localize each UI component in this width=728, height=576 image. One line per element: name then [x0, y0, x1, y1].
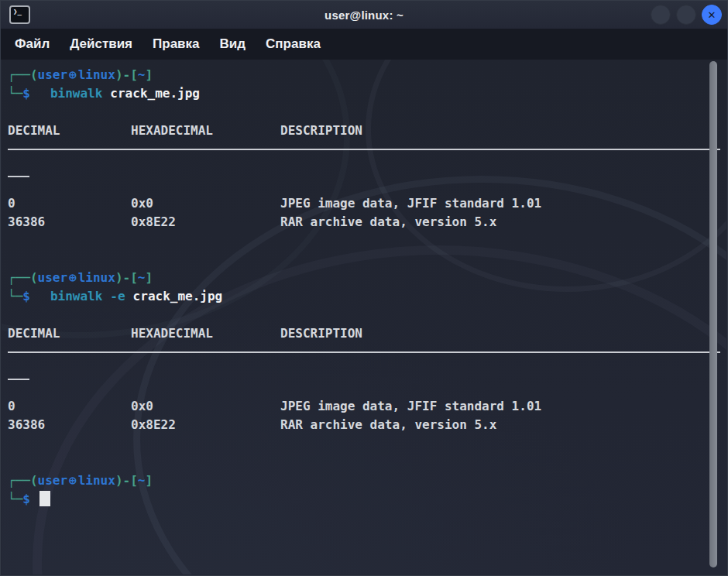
- header-hexadecimal: HEXADECIMAL: [131, 324, 280, 343]
- prompt-close: ]: [145, 473, 153, 488]
- close-icon: ✕: [708, 9, 716, 21]
- header-decimal: DECIMAL: [8, 324, 131, 343]
- separator-wrap: [8, 176, 29, 177]
- table-separator: [8, 351, 720, 370]
- prompt-dollar: $: [22, 492, 30, 506]
- prompt-dollar: $: [22, 86, 30, 101]
- header-decimal: DECIMAL: [8, 122, 131, 140]
- table-row: 00x0JPEG image data, JFIF standard 1.01: [8, 194, 720, 213]
- prompt-host: linux: [78, 473, 115, 488]
- menu-help[interactable]: Справка: [266, 36, 321, 52]
- command-name: binwalk: [50, 86, 102, 101]
- separator-line: [8, 351, 720, 353]
- terminal-content: ┌──(user⊕linux)-[~] └─$binwalkcrack_me.j…: [2, 60, 726, 574]
- prompt-dir: ~: [138, 67, 146, 82]
- menu-file[interactable]: Файл: [15, 36, 50, 52]
- blank-line: [8, 434, 720, 453]
- terminal-icon-glyph: ❯_: [13, 8, 22, 15]
- prompt-open: ┌──(: [8, 270, 38, 285]
- table-row: 363860x8E22RAR archive data, version 5.x: [8, 416, 720, 434]
- kali-at-icon: ⊕: [69, 473, 77, 488]
- terminal-cursor: [39, 491, 50, 506]
- terminal-app-icon: ❯_: [9, 5, 30, 24]
- prompt-mid: )-[: [115, 473, 138, 488]
- titlebar[interactable]: ❯_ user@linux: ~ ✕: [1, 1, 727, 29]
- scrollbar-thumb[interactable]: [709, 61, 717, 567]
- blank-line: [8, 306, 720, 324]
- prompt-line-3: ┌──(user⊕linux)-[~]: [8, 471, 720, 490]
- prompt-open: ┌──(: [8, 67, 38, 82]
- blank-line: [8, 103, 720, 122]
- command-arg: crack_me.jpg: [133, 289, 223, 303]
- prompt-dollar: $: [22, 289, 30, 303]
- separator-wrap: [8, 379, 29, 380]
- table-separator: [8, 149, 720, 167]
- prompt-line-1: ┌──(user⊕linux)-[~]: [8, 66, 720, 84]
- prompt-host: linux: [78, 67, 115, 82]
- command-name: binwalk: [50, 289, 102, 303]
- command-flag: -e: [110, 289, 125, 303]
- blank-line: [8, 231, 720, 250]
- prompt-corner: └─: [8, 86, 22, 101]
- command-arg: crack_me.jpg: [110, 86, 200, 101]
- prompt-close: ]: [145, 270, 153, 285]
- prompt-line-2: ┌──(user⊕linux)-[~]: [8, 269, 720, 287]
- menu-view[interactable]: Вид: [220, 36, 246, 52]
- blank-line: [8, 250, 720, 269]
- prompt-dir: ~: [138, 270, 146, 285]
- minimize-button[interactable]: [651, 5, 671, 25]
- window-controls: ✕: [651, 5, 722, 25]
- prompt-dir: ~: [138, 473, 146, 488]
- table-separator-wrap: [8, 379, 720, 397]
- blank-line: [8, 453, 720, 471]
- terminal-window: ❯_ user@linux: ~ ✕ Файл Действия Правка …: [0, 0, 728, 576]
- command-line-1: └─$binwalkcrack_me.jpg: [8, 84, 720, 103]
- close-button[interactable]: ✕: [702, 5, 722, 25]
- prompt-user: user: [38, 67, 68, 82]
- prompt-corner: └─: [8, 289, 22, 303]
- terminal-viewport[interactable]: ┌──(user⊕linux)-[~] └─$binwalkcrack_me.j…: [2, 60, 726, 574]
- prompt-close: ]: [145, 67, 153, 82]
- window-title: user@linux: ~: [325, 9, 403, 22]
- menubar: Файл Действия Правка Вид Справка: [1, 29, 727, 60]
- prompt-mid: )-[: [115, 270, 138, 285]
- menu-edit[interactable]: Правка: [153, 36, 199, 52]
- prompt-host: linux: [78, 270, 115, 285]
- kali-at-icon: ⊕: [69, 270, 77, 285]
- separator-line: [8, 149, 720, 150]
- table-separator-wrap: [8, 176, 720, 194]
- prompt-corner: └─: [8, 492, 22, 506]
- prompt-user: user: [38, 473, 68, 488]
- header-description: DESCRIPTION: [280, 123, 362, 138]
- table-header: DECIMALHEXADECIMALDESCRIPTION: [8, 324, 720, 343]
- table-header: DECIMALHEXADECIMALDESCRIPTION: [8, 122, 720, 140]
- prompt-mid: )-[: [115, 67, 138, 82]
- prompt-user: user: [38, 270, 68, 285]
- kali-at-icon: ⊕: [69, 67, 77, 82]
- menu-actions[interactable]: Действия: [70, 36, 132, 52]
- table-row: 363860x8E22RAR archive data, version 5.x: [8, 213, 720, 231]
- header-description: DESCRIPTION: [280, 326, 362, 341]
- maximize-button[interactable]: [676, 5, 696, 25]
- command-line-3[interactable]: └─$: [8, 490, 720, 509]
- command-line-2: └─$binwalk-ecrack_me.jpg: [8, 287, 720, 306]
- table-row: 00x0JPEG image data, JFIF standard 1.01: [8, 397, 720, 416]
- header-hexadecimal: HEXADECIMAL: [131, 122, 280, 140]
- prompt-open: ┌──(: [8, 473, 38, 488]
